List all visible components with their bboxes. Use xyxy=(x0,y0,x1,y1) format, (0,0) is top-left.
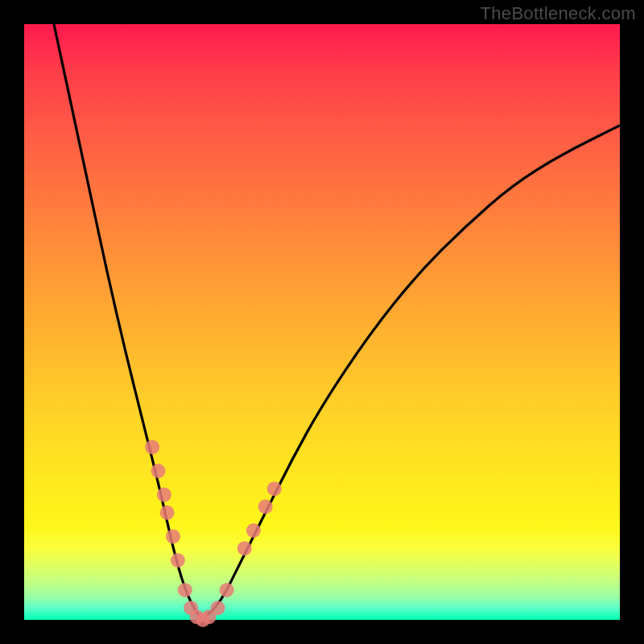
marker-group xyxy=(145,440,282,627)
curve-layer xyxy=(24,24,620,620)
data-marker xyxy=(246,523,261,538)
data-marker xyxy=(267,481,282,496)
bottleneck-curve xyxy=(54,24,620,617)
data-marker xyxy=(166,529,180,543)
data-marker xyxy=(211,601,225,615)
plot-area xyxy=(24,24,620,620)
data-marker xyxy=(237,541,252,555)
data-marker xyxy=(151,464,166,478)
data-marker xyxy=(160,506,175,520)
watermark-text: TheBottleneck.com xyxy=(481,3,636,24)
chart-frame: TheBottleneck.com xyxy=(0,0,644,644)
data-marker xyxy=(258,499,273,514)
data-marker xyxy=(145,440,159,454)
data-marker xyxy=(171,553,185,568)
data-marker xyxy=(157,488,171,502)
data-marker xyxy=(178,583,192,597)
data-marker xyxy=(220,583,234,597)
